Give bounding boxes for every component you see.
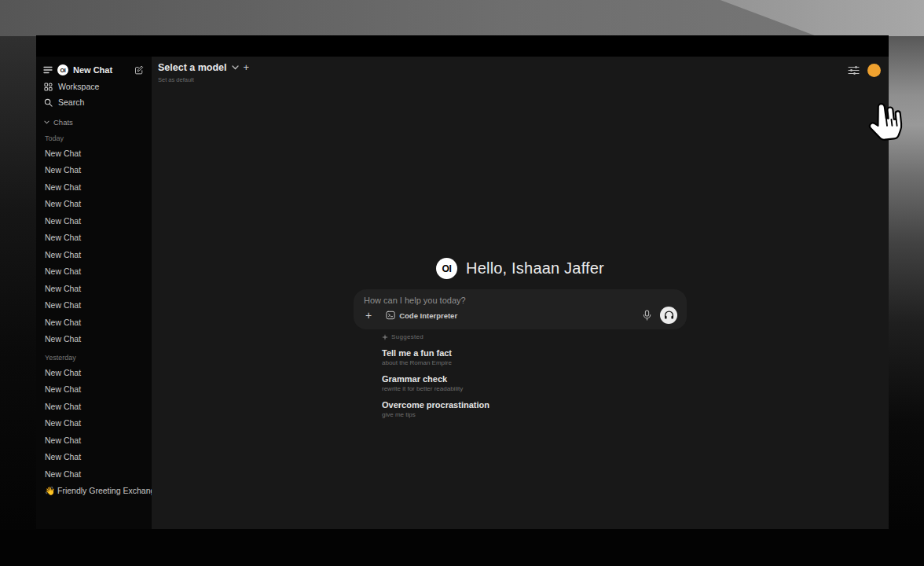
window-top-strip <box>36 35 889 57</box>
chevron-down-icon[interactable] <box>232 65 239 70</box>
chat-list-item[interactable]: New Chat <box>36 465 152 483</box>
sparkle-icon <box>382 334 388 340</box>
chat-list-item[interactable]: New Chat <box>36 162 152 179</box>
chat-list-item[interactable]: New Chat <box>36 297 152 314</box>
desktop-background-right <box>889 36 924 530</box>
chat-list-today: New ChatNew ChatNew ChatNew ChatNew Chat… <box>36 145 152 347</box>
code-interpreter-label: Code Interpreter <box>399 311 457 320</box>
suggestion-subtitle: about the Roman Empire <box>382 359 687 366</box>
suggestion-item[interactable]: Grammar check rewrite it for better read… <box>382 374 687 392</box>
sidebar-toggle-icon[interactable] <box>43 66 53 74</box>
chat-list-item[interactable]: New Chat <box>36 415 152 432</box>
attach-button[interactable]: + <box>364 311 373 320</box>
app-logo: OI <box>57 64 68 75</box>
sidebar-item-label: Workspace <box>58 82 99 91</box>
chat-list-item[interactable]: New Chat <box>36 230 152 247</box>
chat-group-label-today: Today <box>36 128 152 145</box>
suggestion-title: Overcome procrastination <box>382 400 687 410</box>
chat-list-item[interactable]: New Chat <box>36 212 152 230</box>
chat-list-item[interactable]: New Chat <box>36 449 152 466</box>
message-input[interactable] <box>364 296 677 305</box>
app-window: OI New Chat Workspace Searc <box>36 35 889 529</box>
chat-list-item[interactable]: New Chat <box>36 432 152 449</box>
code-interpreter-chip[interactable]: Code Interpreter <box>386 311 457 320</box>
greeting-block: OI Hello, Ishaan Jaffer <box>152 258 889 279</box>
code-interpreter-icon <box>386 311 395 320</box>
suggestion-list: Tell me a fun fact about the Roman Empir… <box>382 348 687 418</box>
suggestion-subtitle: rewrite it for better readability <box>382 385 687 392</box>
chat-list-item[interactable]: New Chat <box>36 314 152 331</box>
sidebar-item-workspace[interactable]: Workspace <box>36 79 152 94</box>
chat-list-item[interactable]: New Chat <box>36 196 152 213</box>
sidebar: OI New Chat Workspace Searc <box>36 57 152 529</box>
chat-list-item[interactable]: New Chat <box>36 263 152 281</box>
suggestion-item[interactable]: Overcome procrastination give me tips <box>382 400 687 418</box>
desktop-background-left <box>0 36 36 530</box>
chat-list-item[interactable]: New Chat <box>36 364 152 381</box>
chats-section-label: Chats <box>53 118 73 127</box>
set-as-default-button[interactable]: Set as default <box>158 76 249 83</box>
chat-list-item[interactable]: 👋 Friendly Greeting Exchange <box>36 483 152 500</box>
model-selector[interactable]: Select a model <box>158 62 227 73</box>
chat-list-item[interactable]: New Chat <box>36 280 152 297</box>
suggested-section: Suggested Tell me a fun fact about the R… <box>354 333 687 418</box>
suggestion-item[interactable]: Tell me a fun fact about the Roman Empir… <box>382 348 687 366</box>
chats-section-header[interactable]: Chats <box>36 110 152 128</box>
microphone-button[interactable] <box>643 310 651 321</box>
desktop-stage: OI New Chat Workspace Searc <box>0 0 924 566</box>
new-chat-icon[interactable] <box>134 65 144 75</box>
user-avatar[interactable] <box>867 64 881 77</box>
chevron-down-icon <box>44 120 50 124</box>
sidebar-title: New Chat <box>73 65 130 75</box>
suggestion-subtitle: give me tips <box>382 411 687 418</box>
chat-list-item[interactable]: New Chat <box>36 145 152 162</box>
chat-group-label-yesterday: Yesterday <box>36 347 152 364</box>
chat-list-item[interactable]: New Chat <box>36 246 152 263</box>
chat-list-item[interactable]: New Chat <box>36 381 152 399</box>
voice-call-button[interactable] <box>660 307 677 324</box>
chat-list-item[interactable]: New Chat <box>36 331 152 348</box>
suggestion-title: Grammar check <box>382 374 687 384</box>
chat-list-item[interactable]: New Chat <box>36 178 152 196</box>
chat-list-item[interactable]: New Chat <box>36 398 152 415</box>
sidebar-item-search[interactable]: Search <box>36 94 152 110</box>
sidebar-item-label: Search <box>58 97 84 107</box>
greeting-text: Hello, Ishaan Jaffer <box>466 259 604 277</box>
main-area: Select a model + Set as default <box>152 57 889 529</box>
controls-sliders-icon[interactable] <box>848 66 860 75</box>
message-composer[interactable]: + Code Interpreter <box>354 289 687 329</box>
add-model-button[interactable]: + <box>244 64 250 72</box>
chat-list-yesterday: New ChatNew ChatNew ChatNew ChatNew Chat… <box>36 364 152 499</box>
suggestion-title: Tell me a fun fact <box>382 348 687 358</box>
search-icon <box>44 98 53 107</box>
app-logo: OI <box>436 258 457 279</box>
workspace-grid-icon <box>44 83 53 91</box>
suggested-label: Suggested <box>391 333 424 340</box>
